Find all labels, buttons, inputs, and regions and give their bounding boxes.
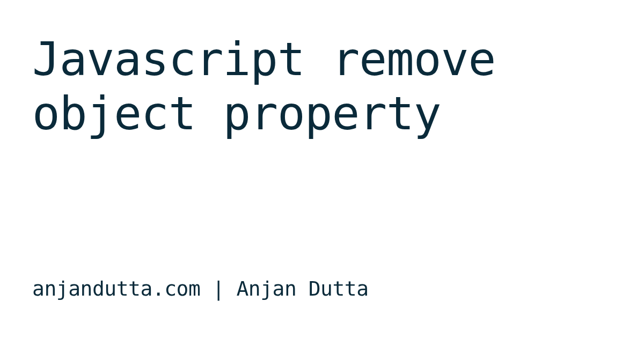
byline: anjandutta.com | Anjan Dutta [32,277,612,300]
page-title: Javascript remove object property [32,32,612,141]
